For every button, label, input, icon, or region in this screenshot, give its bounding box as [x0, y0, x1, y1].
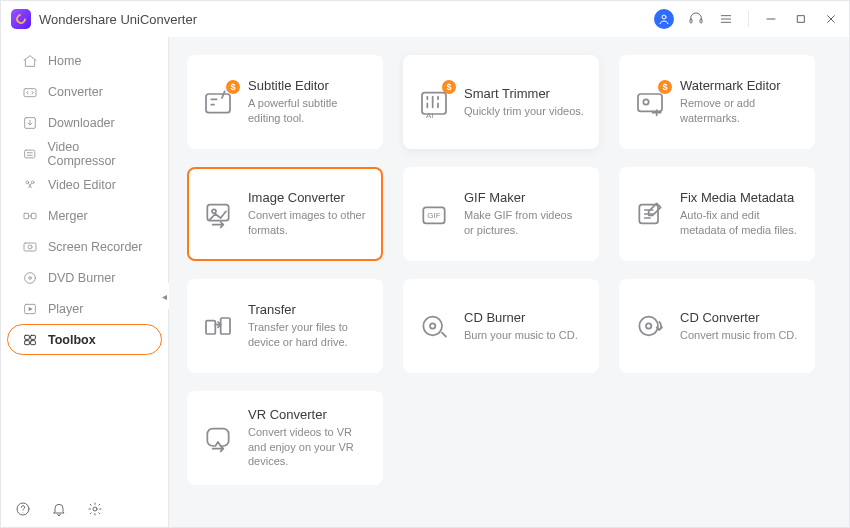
sidebar-footer	[1, 489, 168, 528]
tool-card-text: VR ConverterConvert videos to VR and enj…	[248, 407, 368, 470]
support-button[interactable]	[688, 11, 704, 27]
sidebar-item-compress[interactable]: Video Compressor	[7, 138, 162, 169]
transfer-icon	[202, 310, 234, 342]
svg-rect-40	[221, 318, 230, 334]
maximize-button[interactable]	[793, 11, 809, 27]
svg-point-43	[639, 317, 658, 336]
tool-card-text: TransferTransfer your files to device or…	[248, 302, 368, 350]
tool-card-desc: Convert images to other formats.	[248, 208, 368, 238]
svg-point-0	[662, 15, 666, 19]
sidebar-item-label: Player	[48, 302, 83, 316]
tool-card-transfer[interactable]: TransferTransfer your files to device or…	[187, 279, 383, 373]
tool-card-text: GIF MakerMake GIF from videos or picture…	[464, 190, 584, 238]
sidebar-item-download[interactable]: Downloader	[7, 107, 162, 138]
notifications-button[interactable]	[51, 501, 67, 517]
svg-point-44	[646, 323, 651, 328]
tool-card-desc: Make GIF from videos or pictures.	[464, 208, 584, 238]
tool-card-cdconv[interactable]: CD ConverterConvert music from CD.	[619, 279, 815, 373]
svg-point-20	[29, 276, 32, 279]
svg-point-41	[423, 317, 442, 336]
scissors-icon: AI$	[418, 86, 450, 118]
sidebar-item-dvd[interactable]: DVD Burner	[7, 262, 162, 293]
sidebar-item-toolbox[interactable]: Toolbox	[7, 324, 162, 355]
sidebar-item-label: DVD Burner	[48, 271, 115, 285]
sidebar-collapse-handle[interactable]: ◂	[159, 283, 169, 309]
svg-text:GIF: GIF	[427, 211, 440, 220]
svg-rect-25	[31, 340, 36, 344]
sidebar-item-player[interactable]: Player	[7, 293, 162, 324]
tool-card-title: GIF Maker	[464, 190, 584, 205]
sidebar-item-label: Downloader	[48, 116, 115, 130]
home-icon	[22, 53, 38, 69]
tool-card-text: Fix Media MetadataAuto-fix and edit meta…	[680, 190, 800, 238]
tool-card-title: Subtitle Editor	[248, 78, 368, 93]
premium-badge-icon: $	[658, 80, 672, 94]
svg-rect-17	[24, 243, 36, 251]
tool-card-title: Smart Trimmer	[464, 86, 584, 101]
svg-rect-12	[25, 150, 35, 158]
titlebar-actions	[654, 9, 839, 29]
sidebar-item-converter[interactable]: Converter	[7, 76, 162, 107]
merger-icon	[22, 208, 38, 224]
svg-rect-24	[25, 340, 30, 344]
premium-badge-icon: $	[442, 80, 456, 94]
tool-card-desc: Transfer your files to device or hard dr…	[248, 320, 368, 350]
sidebar-item-editor[interactable]: Video Editor	[7, 169, 162, 200]
subtitle-icon: $	[202, 86, 234, 118]
svg-point-42	[430, 323, 435, 328]
tool-card-desc: Burn your music to CD.	[464, 328, 578, 343]
help-button[interactable]	[15, 501, 31, 517]
tool-card-cdburn[interactable]: CD BurnerBurn your music to CD.	[403, 279, 599, 373]
tool-card-metadata[interactable]: Fix Media MetadataAuto-fix and edit meta…	[619, 167, 815, 261]
content-area: $Subtitle EditorA powerful subtitle edit…	[169, 37, 849, 528]
tool-card-watermark[interactable]: $Watermark EditorRemove or add watermark…	[619, 55, 815, 149]
watermark-icon: $	[634, 86, 666, 118]
tool-card-title: Transfer	[248, 302, 368, 317]
gif-icon: GIF	[418, 198, 450, 230]
image-icon	[202, 198, 234, 230]
app-title: Wondershare UniConverter	[39, 12, 197, 27]
menu-button[interactable]	[718, 11, 734, 27]
account-button[interactable]	[654, 9, 674, 29]
tool-card-text: Subtitle EditorA powerful subtitle editi…	[248, 78, 368, 126]
sidebar-nav: HomeConverterDownloaderVideo CompressorV…	[1, 37, 168, 363]
sidebar-item-home[interactable]: Home	[7, 45, 162, 76]
svg-point-33	[643, 99, 648, 104]
tool-card-vr[interactable]: VR ConverterConvert videos to VR and enj…	[187, 391, 383, 485]
tool-card-gif[interactable]: GIFGIF MakerMake GIF from videos or pict…	[403, 167, 599, 261]
svg-rect-15	[24, 213, 29, 218]
recorder-icon	[22, 239, 38, 255]
titlebar: Wondershare UniConverter	[1, 1, 849, 37]
cdconv-icon	[634, 310, 666, 342]
tool-card-title: CD Converter	[680, 310, 797, 325]
minimize-button[interactable]	[763, 11, 779, 27]
tool-card-desc: Auto-fix and edit metadata of media file…	[680, 208, 800, 238]
tool-card-scissors[interactable]: AI$Smart TrimmerQuickly trim your videos…	[403, 55, 599, 149]
close-button[interactable]	[823, 11, 839, 27]
tool-grid: $Subtitle EditorA powerful subtitle edit…	[187, 55, 831, 485]
tool-card-title: Watermark Editor	[680, 78, 800, 93]
tool-card-desc: Convert videos to VR and enjoy on your V…	[248, 425, 368, 470]
svg-point-28	[93, 507, 97, 511]
sidebar-item-label: Video Editor	[48, 178, 116, 192]
tool-card-text: CD BurnerBurn your music to CD.	[464, 310, 578, 343]
tool-card-desc: A powerful subtitle editing tool.	[248, 96, 368, 126]
sidebar-item-recorder[interactable]: Screen Recorder	[7, 231, 162, 262]
editor-icon	[22, 177, 38, 193]
compress-icon	[22, 146, 37, 162]
svg-rect-39	[206, 321, 215, 334]
svg-rect-22	[25, 335, 30, 339]
tool-card-subtitle[interactable]: $Subtitle EditorA powerful subtitle edit…	[187, 55, 383, 149]
player-icon	[22, 301, 38, 317]
svg-rect-29	[206, 94, 230, 113]
sidebar-item-merger[interactable]: Merger	[7, 200, 162, 231]
sidebar-item-label: Video Compressor	[47, 140, 147, 168]
settings-button[interactable]	[87, 501, 103, 517]
tool-card-image[interactable]: Image ConverterConvert images to other f…	[187, 167, 383, 261]
converter-icon	[22, 84, 38, 100]
tool-card-text: CD ConverterConvert music from CD.	[680, 310, 797, 343]
tool-card-title: VR Converter	[248, 407, 368, 422]
tool-card-title: Fix Media Metadata	[680, 190, 800, 205]
svg-point-35	[212, 209, 216, 213]
tool-card-text: Smart TrimmerQuickly trim your videos.	[464, 86, 584, 119]
